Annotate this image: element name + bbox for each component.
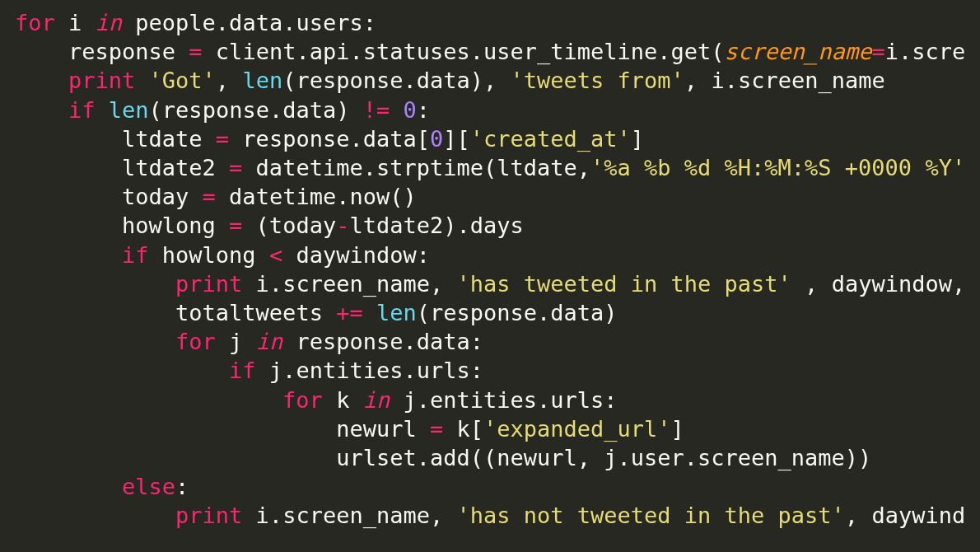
code-token: print <box>68 68 135 93</box>
code-token: j.entities.urls <box>256 358 470 383</box>
code-token: i.scre <box>885 39 966 64</box>
code-token: for <box>282 387 323 413</box>
code-token: if <box>229 358 256 383</box>
code-token: = <box>189 39 202 64</box>
code-token: : <box>363 10 376 35</box>
code-token: 'Got' <box>149 68 216 93</box>
code-token: urlset.add((newurl, j.user.screen_name)) <box>336 445 871 470</box>
code-token: , <box>845 503 872 528</box>
code-token: people.data.users <box>122 10 363 35</box>
code-token: : <box>470 329 483 354</box>
code-token: j.entities.urls <box>390 387 604 413</box>
code-token: print <box>175 271 242 297</box>
code-token: in <box>96 10 123 35</box>
code-token: : <box>175 474 189 499</box>
code-token <box>390 97 403 123</box>
code-token: screen_name <box>725 39 872 64</box>
code-token <box>363 300 376 325</box>
code-token: print <box>175 503 242 528</box>
code-token: 'has tweeted in the past' <box>456 271 791 297</box>
code-token: response.data <box>162 97 336 123</box>
code-token: , <box>791 271 832 297</box>
code-token: response.data <box>282 329 470 354</box>
code-token: = <box>229 213 242 238</box>
code-token: != <box>363 97 390 123</box>
code-token: ][ <box>443 126 470 152</box>
code-token: else <box>122 474 175 499</box>
code-token: in <box>256 329 283 354</box>
code-token: , <box>430 503 457 528</box>
code-token: for <box>175 329 216 354</box>
code-token: datetime.strptime(ltdate, <box>242 155 590 180</box>
code-token: 'tweets from' <box>511 68 684 93</box>
code-token: k[ <box>443 416 483 442</box>
code-token: 'has not tweeted in the past' <box>456 503 844 528</box>
code-token: daywindow, <box>832 271 979 297</box>
code-token: ] <box>631 126 644 152</box>
code-token: totaltweets <box>175 300 336 325</box>
code-token: : <box>470 358 483 383</box>
code-token: , <box>430 271 457 297</box>
code-token: j <box>216 329 256 354</box>
code-token: = <box>229 155 242 180</box>
code-token: : <box>417 97 430 123</box>
code-token <box>96 97 109 123</box>
code-token: ltdate2).days <box>349 213 523 238</box>
code-token: = <box>871 39 884 64</box>
code-token: len <box>109 97 149 123</box>
code-token: - <box>336 213 349 238</box>
code-token: in <box>363 387 390 413</box>
code-token: if <box>122 242 149 268</box>
code-token: (today <box>242 213 336 238</box>
code-token: < <box>269 242 282 268</box>
code-token: ( <box>149 97 162 123</box>
code-token: response <box>68 39 189 64</box>
code-token: ] <box>671 416 684 442</box>
code-token: len <box>376 300 417 325</box>
code-token: ) <box>604 300 617 325</box>
code-token: len <box>242 68 282 93</box>
code-token: , <box>684 68 712 93</box>
code-token: '%a %b %d %H:%M:%S +0000 %Y' <box>590 155 965 180</box>
code-token: if <box>68 97 96 123</box>
code-token: daywind <box>871 503 965 528</box>
code-token: ltdate <box>122 126 216 152</box>
code-token: 'expanded_url' <box>483 416 671 442</box>
code-token: client.api.statuses.user_timeline.get( <box>203 39 725 64</box>
code-token: : <box>604 387 617 413</box>
code-token: i.screen_name <box>242 271 430 297</box>
code-token: ( <box>417 300 430 325</box>
code-token <box>135 68 148 93</box>
code-token: newurl <box>336 416 430 442</box>
code-token: response.data[ <box>229 126 430 152</box>
code-editor[interactable]: for i in people.data.users: response = c… <box>0 0 980 539</box>
code-token: 'created_at' <box>470 126 631 152</box>
code-token: datetime.now() <box>216 184 417 209</box>
code-token: 0 <box>403 97 416 123</box>
code-token: i.screen_name <box>711 68 884 93</box>
code-token: += <box>336 300 363 325</box>
code-token: ) <box>336 97 363 123</box>
code-token: response.data <box>430 300 604 325</box>
code-token: daywindow <box>282 242 417 268</box>
code-token: howlong <box>149 242 269 268</box>
code-token: : <box>417 242 430 268</box>
code-token: ltdate2 <box>122 155 229 180</box>
code-token: = <box>203 184 216 209</box>
code-token: ( <box>282 68 296 93</box>
code-token: k <box>323 387 363 413</box>
code-token: i.screen_name <box>242 503 430 528</box>
code-token: 0 <box>430 126 443 152</box>
code-token: for <box>15 10 55 35</box>
code-token: , <box>216 68 243 93</box>
code-token: howlong <box>122 213 229 238</box>
code-token: = <box>430 416 443 442</box>
code-token: ), <box>470 68 511 93</box>
code-token: i <box>55 10 96 35</box>
code-token: = <box>216 126 229 152</box>
code-token: today <box>122 184 203 209</box>
code-token: response.data <box>296 68 469 93</box>
